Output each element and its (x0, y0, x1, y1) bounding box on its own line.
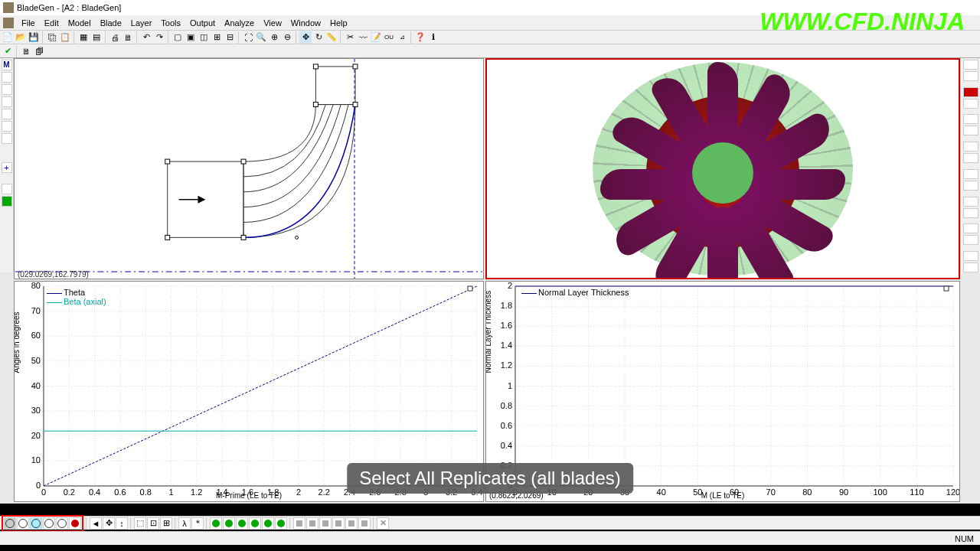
text-button[interactable]: 📝 (370, 31, 382, 44)
menu-model[interactable]: Model (64, 17, 96, 29)
bottom-tool-a2[interactable]: ✥ (103, 517, 115, 530)
left-tool-4[interactable] (2, 109, 12, 119)
m-mode-button[interactable]: M (2, 60, 12, 70)
layout1-button[interactable]: ▢ (172, 31, 184, 44)
right-tool-10[interactable] (963, 181, 978, 191)
layout3-button[interactable]: ◫ (198, 31, 210, 44)
menu-window[interactable]: Window (286, 17, 325, 29)
bottom-green-4[interactable] (249, 517, 261, 530)
bottom-grey-5[interactable] (345, 517, 358, 530)
menu-view[interactable]: View (259, 17, 286, 29)
undo-button[interactable]: ↶ (140, 31, 152, 44)
bottom-close-button[interactable]: ✕ (377, 517, 389, 530)
menu-edit[interactable]: Edit (40, 17, 64, 29)
layout2-button[interactable]: ▣ (185, 31, 197, 44)
right-tool-12[interactable] (963, 208, 978, 218)
bottom-green-5[interactable] (262, 517, 274, 530)
print-button[interactable]: 🖨 (109, 31, 121, 44)
bottom-tool-b3[interactable]: ⊞ (160, 517, 172, 530)
redo-button[interactable]: ↷ (153, 31, 165, 44)
info-button[interactable]: ℹ (427, 31, 439, 44)
menu-tools[interactable]: Tools (156, 17, 185, 29)
rotate-button[interactable]: ↻ (312, 31, 325, 44)
curve-button[interactable]: 〰 (357, 31, 369, 44)
grid-button[interactable]: ▦ (77, 31, 90, 44)
bottom-tool-b1[interactable]: ⬚ (134, 517, 146, 530)
doc1-button[interactable]: 🗎 (20, 45, 32, 57)
meridional-view[interactable]: (029.0269,162.7979) (14, 58, 484, 279)
cut-button[interactable]: ✂ (344, 31, 356, 44)
menu-output[interactable]: Output (185, 17, 220, 29)
left-tool-1[interactable] (2, 72, 12, 83)
right-tool-14[interactable] (963, 235, 978, 245)
replicate-btn-3[interactable] (30, 517, 42, 530)
right-tool-16[interactable] (963, 262, 978, 272)
bottom-green-2[interactable] (223, 517, 235, 530)
layout5-button[interactable]: ⊟ (224, 31, 236, 44)
menu-analyze[interactable]: Analyze (220, 17, 259, 29)
right-tool-7[interactable] (963, 142, 978, 152)
right-tool-2[interactable] (963, 71, 978, 81)
svg-text:40: 40 (657, 487, 666, 497)
right-tool-6[interactable] (963, 126, 978, 135)
replicate-btn-2[interactable] (17, 517, 29, 530)
right-tool-4[interactable] (963, 99, 978, 109)
bottom-grey-1[interactable] (293, 517, 305, 530)
paste-button[interactable]: 📋 (59, 31, 71, 44)
right-tool-15[interactable] (963, 251, 978, 261)
3d-view[interactable] (485, 58, 960, 279)
open-button[interactable]: 📂 (15, 31, 27, 44)
left-tool-8[interactable] (2, 196, 12, 207)
bottom-green-6[interactable] (275, 517, 287, 530)
replicate-all-button[interactable] (69, 517, 81, 530)
replicate-btn-5[interactable] (56, 517, 68, 530)
bottom-tool-c2[interactable]: ＊ (191, 517, 204, 530)
right-tool-9[interactable] (963, 169, 978, 179)
measure-button[interactable]: 📏 (325, 31, 338, 44)
left-tool-5[interactable] (2, 121, 12, 132)
new-button[interactable]: 📄 (2, 31, 14, 44)
save-button[interactable]: 💾 (28, 31, 40, 44)
bottom-green-1[interactable] (210, 517, 222, 530)
table-button[interactable]: ▤ (90, 31, 103, 44)
right-tool-3[interactable] (963, 87, 978, 97)
menu-help[interactable]: Help (325, 17, 352, 29)
bottom-tool-a3[interactable]: ↕ (116, 517, 128, 530)
bottom-green-3[interactable] (236, 517, 248, 530)
left-add-button[interactable]: + (2, 162, 12, 173)
left-tool-2[interactable] (2, 84, 12, 95)
bottom-tool-a1[interactable]: ◄ (90, 517, 102, 530)
replicate-btn-1[interactable] (4, 517, 16, 530)
menu-file[interactable]: File (17, 17, 40, 29)
zoom-out-button[interactable]: ⊖ (281, 31, 293, 44)
zoom-window-button[interactable]: 🔍 (255, 31, 267, 44)
right-tool-13[interactable] (963, 223, 978, 233)
replicate-btn-4[interactable] (43, 517, 55, 530)
left-tool-3[interactable] (2, 96, 12, 107)
copy-button[interactable]: ⿻ (46, 31, 58, 44)
layout4-button[interactable]: ⊞ (211, 31, 223, 44)
preview-button[interactable]: 🗎 (122, 31, 134, 44)
menu-blade[interactable]: Blade (96, 17, 126, 29)
fit-button[interactable]: ⛶ (242, 31, 254, 44)
left-tool-7[interactable] (2, 184, 12, 194)
right-tool-8[interactable] (963, 153, 978, 163)
right-tool-5[interactable] (963, 114, 978, 124)
doc2-button[interactable]: 🗐 (33, 45, 45, 57)
right-tool-11[interactable] (963, 197, 978, 207)
bottom-tool-c1[interactable]: λ (178, 517, 191, 530)
left-tool-6[interactable] (2, 133, 12, 144)
zoom-in-button[interactable]: ⊕ (268, 31, 280, 44)
ovr-button[interactable]: ⊿ (396, 31, 408, 44)
bottom-grey-3[interactable] (319, 517, 332, 530)
check-button[interactable]: ✔ (2, 45, 14, 57)
right-tool-1[interactable] (963, 60, 978, 70)
bottom-tool-b2[interactable]: ⊡ (147, 517, 159, 530)
bottom-grey-4[interactable] (332, 517, 345, 530)
help-button[interactable]: ❓ (414, 31, 426, 44)
ou-button[interactable]: OU (383, 31, 395, 44)
menu-layer[interactable]: Layer (126, 17, 157, 29)
bottom-grey-2[interactable] (306, 517, 318, 530)
bottom-grey-6[interactable] (358, 517, 371, 530)
pan-button[interactable]: ✥ (299, 31, 312, 44)
